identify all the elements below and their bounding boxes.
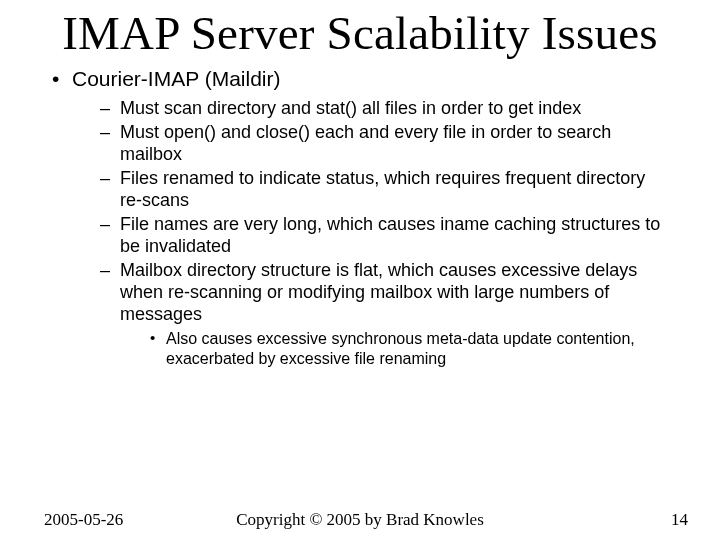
bullet-l1-text: Courier-IMAP (Maildir) <box>72 67 280 90</box>
bullet-l3-text: Also causes excessive synchronous meta-d… <box>166 330 635 367</box>
footer-page-number: 14 <box>671 510 688 530</box>
slide-title: IMAP Server Scalability Issues <box>38 8 682 60</box>
bullet-l2-text: Mailbox directory structure is flat, whi… <box>120 260 637 324</box>
bullet-l1-item: Courier-IMAP (Maildir) Must scan directo… <box>48 66 672 369</box>
slide: IMAP Server Scalability Issues Courier-I… <box>0 8 720 540</box>
bullet-l2-text: Files renamed to indicate status, which … <box>120 168 645 210</box>
bullet-l2-item: Must scan directory and stat() all files… <box>98 98 672 120</box>
slide-body: Courier-IMAP (Maildir) Must scan directo… <box>48 66 672 369</box>
bullet-list-level2: Must scan directory and stat() all files… <box>72 98 672 369</box>
bullet-l2-item: File names are very long, which causes i… <box>98 214 672 258</box>
footer-date: 2005-05-26 <box>44 510 123 530</box>
bullet-l2-item: Must open() and close() each and every f… <box>98 122 672 166</box>
bullet-l2-text: Must open() and close() each and every f… <box>120 122 611 164</box>
footer-copyright: Copyright © 2005 by Brad Knowles <box>40 510 680 530</box>
bullet-l2-text: Must scan directory and stat() all files… <box>120 98 581 118</box>
bullet-l3-item: Also causes excessive synchronous meta-d… <box>148 329 672 368</box>
bullet-l2-item: Files renamed to indicate status, which … <box>98 168 672 212</box>
bullet-l2-item: Mailbox directory structure is flat, whi… <box>98 260 672 369</box>
bullet-list-level1: Courier-IMAP (Maildir) Must scan directo… <box>48 66 672 369</box>
bullet-l2-text: File names are very long, which causes i… <box>120 214 660 256</box>
slide-footer: 2005-05-26 Copyright © 2005 by Brad Know… <box>0 510 720 530</box>
bullet-list-level3: Also causes excessive synchronous meta-d… <box>120 329 672 368</box>
